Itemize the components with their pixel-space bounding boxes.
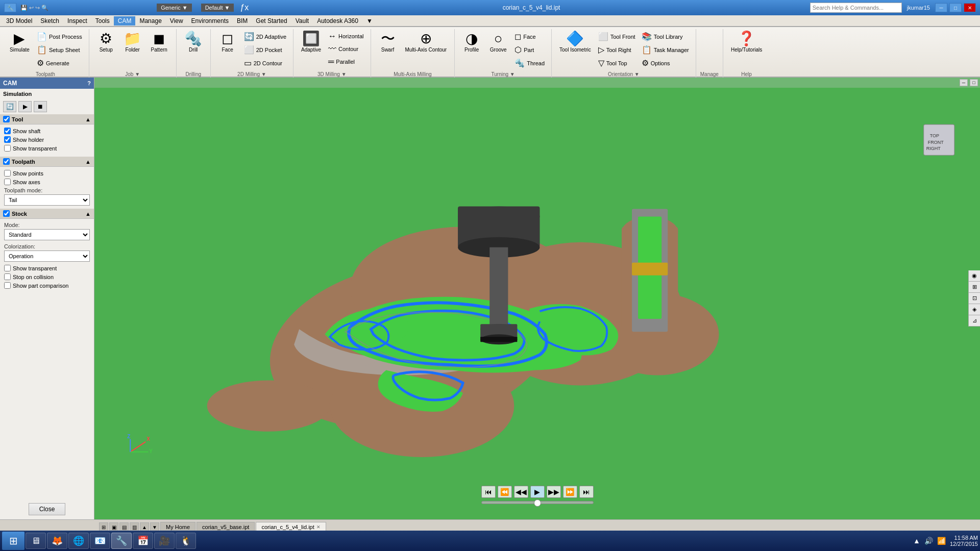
last-button[interactable]: ⏭ (579, 486, 594, 498)
menu-3dmodel[interactable]: 3D Model (2, 16, 36, 26)
setup-sheet-button[interactable]: 📋 Setup Sheet (34, 43, 85, 56)
menu-sketch[interactable]: Sketch (36, 16, 63, 26)
maximize-button[interactable]: □ (949, 3, 962, 12)
post-process-button[interactable]: 📄 Post Process (34, 30, 85, 43)
menu-inspect[interactable]: Inspect (63, 16, 91, 26)
style-selector[interactable]: Default ▼ (201, 4, 234, 12)
menu-view[interactable]: View (166, 16, 187, 26)
setup-button[interactable]: ⚙ Setup (93, 29, 119, 55)
show-points-checkbox[interactable] (4, 170, 11, 177)
taskbar-chrome[interactable]: 🌐 (68, 533, 89, 549)
drill-button[interactable]: 🔩 Drill (181, 29, 206, 55)
prev-collision-button[interactable]: ⏪ (498, 486, 512, 498)
show-shaft-checkbox[interactable] (4, 128, 11, 134)
task-manager-button[interactable]: 📋 Task Manager (639, 43, 692, 56)
system-clock[interactable]: 11:58 AM 12/27/2015 (950, 535, 978, 547)
2d-pocket-button[interactable]: ⬜ 2D Pocket (241, 43, 289, 56)
close-panel-button[interactable]: Close (29, 503, 66, 515)
start-button[interactable]: ⊞ (2, 532, 24, 550)
prev-button[interactable]: ◀◀ (514, 486, 528, 498)
3d-scene[interactable]: X Y Z TOP FRONT RIGHT (94, 78, 980, 519)
tray-volume[interactable]: 🔊 (924, 537, 933, 545)
taskbar-outlook[interactable]: 📧 (90, 533, 110, 549)
adaptive-button[interactable]: 🔲 Adaptive (298, 29, 325, 55)
tool-top-button[interactable]: ▽ Tool Top (596, 57, 638, 69)
show-holder-checkbox[interactable] (4, 136, 11, 143)
next-button[interactable]: ▶▶ (547, 486, 561, 498)
tool-right-button[interactable]: ▷ Tool Right (596, 43, 638, 56)
tool-front-button[interactable]: ⬜ Tool Front (596, 30, 638, 43)
minimize-button[interactable]: ─ (935, 3, 947, 12)
progress-bar[interactable] (481, 501, 594, 504)
sim-btn-3[interactable]: ⏹ (34, 101, 47, 112)
menu-getstarted[interactable]: Get Started (252, 16, 291, 26)
rt-btn-1[interactable]: ◉ (969, 270, 980, 282)
menu-more[interactable]: ▼ (362, 16, 377, 26)
menu-bim[interactable]: BIM (233, 16, 252, 26)
toolpath-section-checkbox[interactable] (3, 158, 10, 165)
stock-section-checkbox[interactable] (3, 210, 10, 217)
part-button[interactable]: ⬡ Part (512, 43, 547, 56)
play-button[interactable]: ▶ (530, 486, 545, 498)
tool-library-button[interactable]: 📚 Tool Library (639, 30, 692, 43)
profile-button[interactable]: ◑ Profile (459, 29, 484, 55)
toolpath-mode-select[interactable]: Tail Full None (4, 194, 90, 206)
menu-environments[interactable]: Environments (187, 16, 233, 26)
2d-contour-button[interactable]: ▭ 2D Contour (241, 57, 289, 69)
stock-section-header[interactable]: Stock ▲ (0, 209, 94, 219)
next-collision-button[interactable]: ⏩ (563, 486, 577, 498)
tool-section-header[interactable]: Tool ▲ (0, 114, 94, 124)
show-transparent-stock-checkbox[interactable] (4, 265, 11, 271)
show-transparent-tool-checkbox[interactable] (4, 145, 11, 152)
toolpath-section-header[interactable]: Toolpath ▲ (0, 157, 94, 167)
help-search-input[interactable] (810, 3, 902, 13)
stop-on-collision-checkbox[interactable] (4, 273, 11, 280)
taskbar-windows[interactable]: 🖥 (26, 533, 46, 549)
sim-btn-1[interactable]: 🔄 (3, 101, 16, 112)
groove-button[interactable]: ○ Groove (485, 29, 511, 55)
panel-help-icon[interactable]: ? (87, 80, 91, 86)
folder-button[interactable]: 📁 Folder (120, 29, 145, 55)
show-axes-checkbox[interactable] (4, 179, 11, 185)
workspace-selector[interactable]: Generic ▼ (157, 4, 191, 12)
taskbar-calendar[interactable]: 📅 (133, 533, 153, 549)
parallel-button[interactable]: ═ Parallel (326, 56, 366, 68)
simulate-button[interactable]: ▶ Simulate (6, 29, 33, 55)
toolpath-section-collapse[interactable]: ▲ (85, 159, 91, 165)
taskbar-vlc[interactable]: 🎥 (154, 533, 175, 549)
rt-btn-5[interactable]: ⊿ (969, 315, 980, 327)
tab-corian-lid-close[interactable]: ✕ (316, 524, 321, 530)
rt-btn-3[interactable]: ⊡ (969, 293, 980, 304)
app-icon[interactable]: 🔧 (4, 3, 16, 12)
menu-tools[interactable]: Tools (91, 16, 114, 26)
taskbar-inventor[interactable]: 🔧 (111, 533, 132, 549)
thread-button[interactable]: 🔩 Thread (512, 57, 547, 69)
stock-section-collapse[interactable]: ▲ (85, 211, 91, 217)
options-button[interactable]: ⚙ Options (639, 57, 692, 69)
rt-btn-4[interactable]: ◈ (969, 304, 980, 315)
first-button[interactable]: ⏮ (481, 486, 496, 498)
swarf-button[interactable]: 〜 Swarf (375, 29, 401, 55)
2d-adaptive-button[interactable]: 🔄 2D Adaptive (241, 30, 289, 43)
colorization-select[interactable]: Operation Tool None (4, 251, 90, 262)
menu-vault[interactable]: Vault (291, 16, 313, 26)
contour-button[interactable]: 〰 Contour (326, 43, 366, 55)
tray-arrow[interactable]: ▲ (913, 537, 920, 545)
tool-section-collapse[interactable]: ▲ (85, 116, 91, 122)
multi-axis-contour-button[interactable]: ⊕ Multi-Axis Contour (402, 29, 451, 55)
taskbar-firefox[interactable]: 🦊 (47, 533, 67, 549)
rt-btn-2[interactable]: ⊞ (969, 282, 980, 293)
stock-mode-select[interactable]: Standard Transparent None (4, 229, 90, 240)
face-button[interactable]: ◻ Face (215, 29, 240, 55)
progress-handle[interactable] (534, 499, 541, 507)
menu-manage[interactable]: Manage (135, 16, 165, 26)
sim-btn-2[interactable]: ▶ (18, 101, 32, 112)
turning-face-button[interactable]: ◻ Face (512, 30, 547, 43)
close-button[interactable]: ✕ (964, 3, 976, 12)
menu-a360[interactable]: Autodesk A360 (313, 16, 362, 26)
view-cube[interactable]: TOP FRONT RIGHT (924, 124, 954, 155)
show-part-comparison-checkbox[interactable] (4, 282, 11, 289)
tool-isometric-button[interactable]: 🔷 Tool Isometric (556, 29, 595, 55)
tray-network[interactable]: 📶 (937, 537, 946, 545)
generate-button[interactable]: ⚙ Generate (34, 57, 85, 69)
